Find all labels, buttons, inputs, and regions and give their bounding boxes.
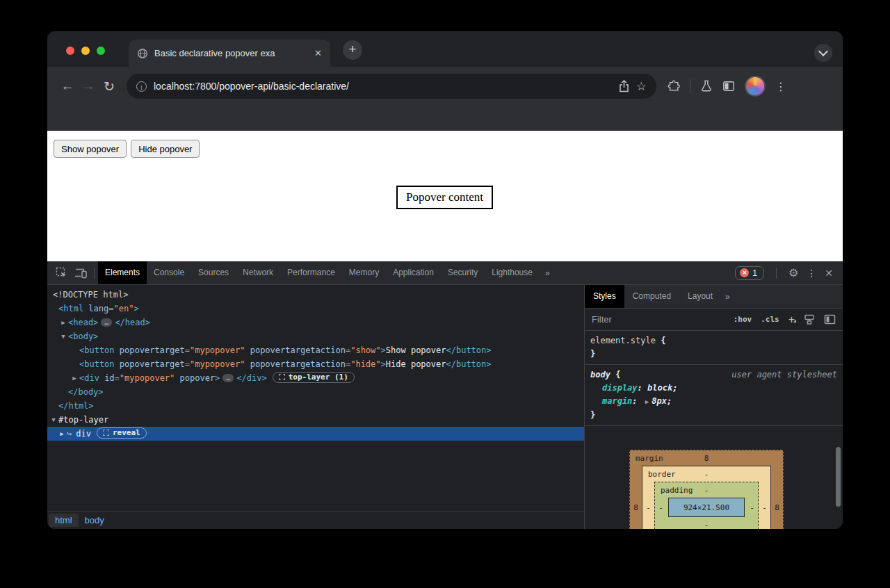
- box-model-margin[interactable]: margin8 8 border- - padding-: [629, 450, 784, 529]
- padding-bottom-value[interactable]: -: [704, 521, 709, 530]
- border-top-value[interactable]: -: [704, 470, 709, 479]
- expand-arrow-icon[interactable]: ▶: [70, 371, 79, 385]
- sidebar-tab-computed[interactable]: Computed: [624, 285, 679, 308]
- expand-ellipsis-button[interactable]: …: [101, 318, 112, 327]
- dom-token: >: [215, 373, 220, 383]
- side-panel-icon[interactable]: [722, 80, 735, 92]
- box-model-area: margin8 8 border- - padding-: [585, 426, 843, 529]
- rendering-emulation-icon[interactable]: [804, 314, 815, 325]
- sidebar-more-tabs-button[interactable]: »: [725, 292, 730, 302]
- sidebar-tab-layout[interactable]: Layout: [679, 285, 721, 308]
- back-button[interactable]: ←: [57, 79, 78, 94]
- dom-tree-row[interactable]: <!DOCTYPE html>: [47, 288, 584, 302]
- browser-menu-button[interactable]: ⋮: [775, 80, 786, 93]
- profile-avatar[interactable]: [745, 76, 766, 97]
- dom-tree-row[interactable]: </html>: [47, 399, 584, 413]
- expand-arrow-icon[interactable]: ▶: [57, 427, 67, 441]
- address-bar[interactable]: i localhost:7800/popover-api/basic-decla…: [127, 74, 656, 99]
- padding-top-value[interactable]: -: [704, 486, 709, 495]
- border-left-value[interactable]: -: [642, 503, 654, 512]
- dom-tree-row[interactable]: ▼<body>: [47, 329, 584, 343]
- devtools-tab-elements[interactable]: Elements: [98, 261, 147, 284]
- devtools-tab-network[interactable]: Network: [236, 261, 280, 284]
- new-tab-button[interactable]: +: [343, 40, 362, 60]
- box-model-padding[interactable]: padding- - 924×21.500 - -: [654, 482, 759, 529]
- devtools-tab-sources[interactable]: Sources: [191, 261, 236, 284]
- devtools-close-button[interactable]: ✕: [825, 268, 833, 279]
- browser-tab[interactable]: Basic declarative popover exa ✕: [129, 40, 330, 67]
- zoom-window-button[interactable]: [97, 47, 105, 55]
- dom-tree-row[interactable]: <button popovertarget="mypopover" popove…: [47, 357, 584, 371]
- device-toolbar-button[interactable]: [71, 264, 90, 282]
- css-property-margin[interactable]: margin: ▶8px;: [590, 395, 837, 409]
- expand-arrow-icon[interactable]: ▶: [58, 316, 68, 329]
- tab-close-icon[interactable]: ✕: [314, 48, 322, 58]
- devtools-tab-application[interactable]: Application: [386, 261, 441, 284]
- dom-token: "mypopover": [190, 345, 245, 355]
- expand-ellipsis-button[interactable]: …: [222, 374, 234, 382]
- breadcrumb-html[interactable]: html: [49, 514, 79, 527]
- expand-arrow-icon[interactable]: ▼: [49, 413, 58, 427]
- site-info-icon[interactable]: i: [136, 81, 147, 92]
- margin-top-value[interactable]: 8: [704, 454, 709, 463]
- share-button[interactable]: [619, 80, 629, 92]
- tab-search-button[interactable]: [814, 44, 832, 62]
- extensions-icon[interactable]: [668, 80, 680, 92]
- url-text[interactable]: localhost:7800/popover-api/basic-declara…: [154, 81, 612, 92]
- dom-tree-row[interactable]: <button popovertarget="mypopover" popove…: [47, 343, 584, 357]
- dom-tree-row[interactable]: ▶<head>…</head>: [47, 316, 584, 329]
- box-model-content[interactable]: 924×21.500: [668, 498, 745, 517]
- dom-token: <button: [79, 345, 115, 355]
- minimize-window-button[interactable]: [81, 47, 90, 55]
- expand-arrow-icon[interactable]: ▼: [58, 329, 68, 343]
- property-expand-arrow[interactable]: ▶: [645, 398, 649, 405]
- experiments-flask-icon[interactable]: [700, 80, 713, 92]
- scrollbar-thumb[interactable]: [836, 447, 841, 507]
- devtools-menu-button[interactable]: ⋮: [807, 268, 816, 279]
- adorner-badge[interactable]: top-layer (1): [273, 372, 355, 383]
- devtools-panel: ElementsConsoleSourcesNetworkPerformance…: [47, 261, 843, 529]
- dom-token: =: [115, 373, 120, 383]
- margin-left-value[interactable]: 8: [630, 503, 642, 512]
- styles-filter-input[interactable]: Filter: [592, 314, 725, 325]
- toggle-element-classes-button[interactable]: .cls: [761, 315, 779, 324]
- element-style-rule[interactable]: element.style { }: [585, 331, 843, 365]
- border-right-value[interactable]: -: [759, 503, 770, 512]
- hide-popover-button[interactable]: Hide popover: [131, 140, 200, 158]
- devtools-tab-console[interactable]: Console: [147, 261, 191, 284]
- devtools-tab-memory[interactable]: Memory: [342, 261, 386, 284]
- more-panels-button[interactable]: »: [540, 268, 556, 278]
- close-window-button[interactable]: [66, 47, 74, 55]
- devtools-tab-performance[interactable]: Performance: [280, 261, 342, 284]
- dom-tree-row[interactable]: ▶<div id="mypopover" popover>…</div>top-…: [47, 371, 584, 385]
- show-popover-button[interactable]: Show popover: [54, 140, 127, 158]
- toggle-pseudo-classes-button[interactable]: :hov: [734, 315, 752, 324]
- dom-token: </head>: [115, 318, 150, 327]
- reload-button[interactable]: ↻: [99, 79, 120, 95]
- sidebar-tab-styles[interactable]: Styles: [585, 285, 624, 308]
- dom-tree-row[interactable]: ▼#top-layer: [47, 413, 584, 427]
- dom-token: <body>: [68, 332, 98, 341]
- bookmark-star-icon[interactable]: ☆: [636, 79, 647, 94]
- dom-tree-row[interactable]: <html lang="en">: [47, 302, 584, 316]
- padding-right-value[interactable]: -: [746, 503, 758, 512]
- devtools-tab-lighthouse[interactable]: Lighthouse: [485, 261, 540, 284]
- body-ua-rule[interactable]: user agent stylesheet body { display: bl…: [585, 365, 843, 426]
- css-property-display[interactable]: display: block;: [590, 382, 837, 395]
- new-style-rule-button[interactable]: +: [788, 313, 795, 326]
- devtools-tab-security[interactable]: Security: [441, 261, 485, 284]
- forward-button[interactable]: →: [78, 79, 99, 94]
- dom-token: "mypopover": [120, 373, 175, 383]
- padding-left-value[interactable]: -: [655, 503, 667, 512]
- error-count-badge[interactable]: ✕ 1: [735, 266, 764, 280]
- breadcrumb-body[interactable]: body: [79, 514, 111, 527]
- dom-tree-row[interactable]: </body>: [47, 385, 584, 399]
- adorner-badge[interactable]: reveal: [97, 427, 147, 439]
- border-label: border: [648, 470, 676, 479]
- dom-tree-row[interactable]: ▶↪divreveal: [47, 427, 584, 441]
- margin-right-value[interactable]: 8: [771, 503, 783, 512]
- inspect-element-button[interactable]: [51, 264, 71, 282]
- dock-sidebar-icon[interactable]: [824, 314, 836, 325]
- devtools-settings-button[interactable]: ⚙: [788, 266, 798, 279]
- box-model-border[interactable]: border- - padding- - 924×21.500 -: [642, 466, 771, 529]
